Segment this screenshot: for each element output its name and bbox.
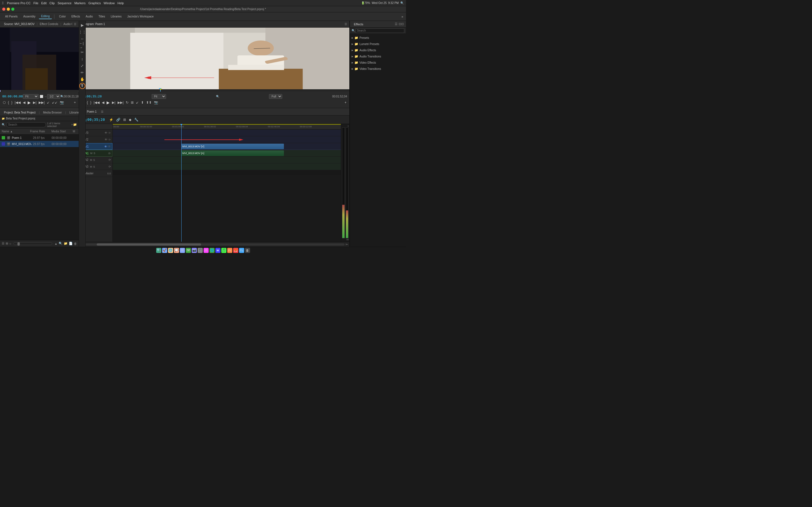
col-m[interactable]: M — [73, 130, 77, 133]
source-insert[interactable]: ↙ — [46, 100, 50, 105]
nav-all-panels[interactable]: All Panels — [3, 14, 20, 19]
program-play[interactable]: ▶ — [106, 100, 110, 105]
nav-color[interactable]: Color — [57, 14, 68, 19]
tl-track-master[interactable] — [113, 170, 341, 175]
effect-group-video-effects-header[interactable]: ▶ 📁 Video Effects — [350, 60, 406, 65]
effects-menu-btn[interactable]: ☰ — [395, 22, 398, 26]
source-link-btn[interactable]: ↔ — [44, 95, 47, 98]
project-add-folder[interactable]: +📁 — [71, 123, 77, 126]
tab-project[interactable]: Project: Beta Test Project — [2, 110, 37, 115]
effect-group-lumetri-header[interactable]: ▶ 📁 Lumetri Presets — [350, 41, 406, 47]
tool-hand[interactable]: ✋ — [79, 76, 86, 82]
tool-slip[interactable]: ↕ — [79, 56, 86, 62]
dock-chrome[interactable]: 🌐 — [209, 248, 214, 253]
dock-trash[interactable]: 🗑 — [245, 248, 250, 253]
source-ratio-select[interactable]: 1/21/4Full — [47, 94, 60, 99]
dock-word[interactable]: W — [215, 248, 220, 253]
program-in[interactable]: { — [86, 100, 89, 105]
source-mark-in2[interactable]: { — [7, 100, 10, 105]
view-freeform-btn[interactable]: ○ — [9, 242, 11, 245]
program-extract[interactable]: ⬆⬆ — [146, 100, 152, 105]
project-item-poem1[interactable]: 🎬 Poem 1 29.97 fps 00:00:00;00 — [0, 135, 79, 141]
menu-window[interactable]: Window — [103, 1, 114, 5]
a2-eye-icon[interactable]: ⟳ — [109, 158, 111, 161]
source-monitor-menu[interactable]: ☰ — [74, 22, 77, 25]
close-button[interactable] — [2, 8, 5, 11]
project-item-mvi[interactable]: 🎬 MVI_0013.MOV 29.97 fps 00:00:00;00 — [0, 141, 79, 147]
dock-itunes[interactable]: 🎵 — [198, 248, 203, 253]
program-settings-icon[interactable]: 🔍 — [216, 95, 219, 98]
nav-editing[interactable]: Editing — [39, 14, 52, 19]
program-multi-cam[interactable]: ⊞ — [130, 100, 134, 105]
minimize-button[interactable] — [7, 8, 10, 11]
source-mark-out[interactable]: } — [11, 100, 13, 105]
new-item-btn[interactable]: 📄 — [69, 242, 73, 245]
dock-firefox[interactable]: 🦊 — [233, 248, 238, 253]
timeline-menu-icon[interactable]: ☰ — [101, 110, 103, 113]
dock-launchpad[interactable]: 🚀 — [162, 248, 167, 253]
program-add-btn[interactable]: + — [344, 100, 347, 105]
dock-photoshop[interactable]: Ps — [239, 248, 244, 253]
nav-workspace[interactable]: Jacinda's Workspace — [125, 14, 156, 19]
source-timecode[interactable]: 00:00:00;00 — [2, 95, 23, 98]
dock-premiere[interactable]: Pr — [227, 248, 232, 253]
program-step-fwd[interactable]: ▶| — [111, 100, 116, 105]
nav-libraries[interactable]: Libraries — [109, 14, 124, 19]
effects-search-input[interactable] — [356, 29, 404, 33]
a3-solo[interactable]: S — [93, 165, 95, 168]
tool-select[interactable]: ▶ — [79, 22, 86, 28]
program-export-frame[interactable]: 📷 — [153, 100, 159, 105]
source-play[interactable]: ▶ — [27, 100, 31, 105]
effect-group-video-transitions-header[interactable]: ▶ 📁 Video Transitions — [350, 66, 406, 71]
new-bin-btn[interactable]: 📁 — [64, 242, 68, 245]
tl-track-a2[interactable] — [113, 157, 341, 163]
sort-btn[interactable]: ▲ — [54, 242, 57, 245]
source-export-frame[interactable]: 📷 — [59, 100, 64, 105]
col-frame-rate[interactable]: Frame Rate — [30, 130, 52, 133]
tool-pen[interactable]: ✏ — [79, 69, 86, 75]
search-icon[interactable]: 🔍 — [400, 1, 404, 4]
dock-mail[interactable]: ✉ — [180, 248, 185, 253]
program-quality-select[interactable]: Full1/21/4 — [269, 94, 282, 99]
delete-btn[interactable]: 🗑 — [74, 242, 77, 245]
effect-group-audio-effects-header[interactable]: ▶ 📁 Audio Effects — [350, 47, 406, 53]
program-fit-select[interactable]: Fit25%50%Full — [152, 94, 166, 99]
nav-effects[interactable]: Effects — [69, 14, 82, 19]
tab-effects[interactable]: Effects — [352, 22, 365, 26]
tl-track-a3[interactable] — [113, 163, 341, 170]
menu-sequence[interactable]: Sequence — [57, 1, 71, 5]
v1-clip[interactable]: MVI_0013.MOV [V] — [181, 144, 284, 149]
program-scrubber[interactable] — [79, 89, 349, 91]
tl-track-v1[interactable]: MVI_0013.MOV [V] — [113, 143, 341, 150]
menu-edit[interactable]: Edit — [41, 1, 47, 5]
nav-audio[interactable]: Audio — [84, 14, 95, 19]
tool-track-select[interactable]: ⋮⋮ — [79, 29, 86, 35]
v1-eye-icon[interactable]: 👁 — [104, 145, 107, 148]
dock-maps[interactable]: 🗺 — [186, 248, 191, 253]
v2-eye-icon[interactable]: 👁 — [105, 138, 107, 141]
tool-ripple[interactable]: ↔ — [79, 36, 86, 42]
tab-poem1[interactable]: Poem 1 — [85, 110, 98, 114]
v2-sync[interactable]: ⟳ — [109, 138, 111, 141]
a1-eye-icon[interactable]: ⟳ — [108, 152, 110, 155]
a3-mute[interactable]: M — [90, 165, 92, 168]
v3-sync[interactable]: ⟳ — [109, 131, 111, 134]
view-icon-btn[interactable]: ⊞ — [6, 242, 8, 245]
nav-titles[interactable]: Titles — [96, 14, 107, 19]
source-scrubber[interactable] — [0, 90, 79, 91]
source-go-in[interactable]: |◀◀ — [14, 100, 21, 105]
tl-track-a1[interactable]: MVI_0013.MOV [A] — [113, 150, 341, 157]
a1-mute[interactable]: M — [90, 152, 93, 155]
program-step-back[interactable]: ◀ — [101, 100, 105, 105]
tab-audio-mixer[interactable]: Audio Clip Mixer: Poem 1 — [62, 22, 72, 26]
tl-snap-btn[interactable]: ⚡ — [108, 117, 114, 122]
dock-spotify[interactable]: 🎵 — [221, 248, 226, 253]
a2-mute[interactable]: M — [90, 159, 92, 161]
a1-solo[interactable]: S — [94, 152, 95, 155]
tool-razor[interactable]: ✂ — [79, 49, 86, 55]
timeline-end-btn[interactable]: ⊢ — [346, 243, 348, 246]
search-btn[interactable]: 🔍 — [59, 242, 63, 245]
source-step-fwd[interactable]: ▶| — [33, 100, 37, 105]
program-loop[interactable]: ↻ — [125, 100, 129, 105]
view-list-btn[interactable]: ☰ — [2, 242, 4, 245]
